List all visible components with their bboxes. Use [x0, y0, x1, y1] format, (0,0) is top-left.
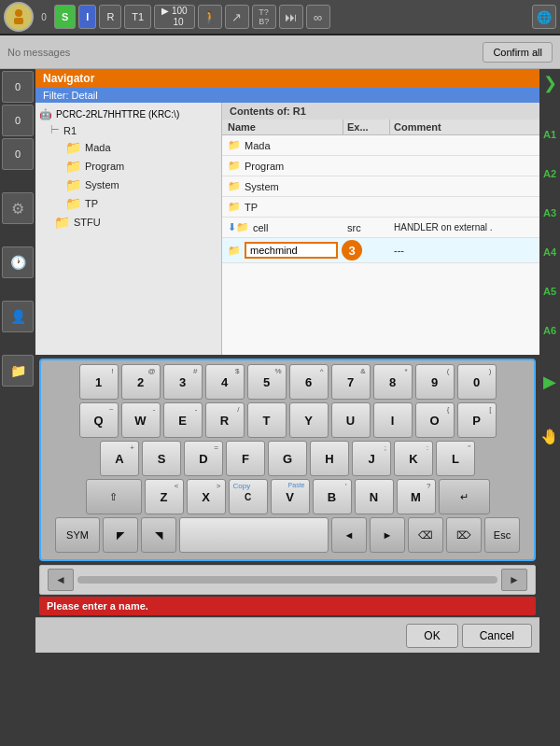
key-c[interactable]: CopyC: [229, 479, 268, 514]
settings-icon[interactable]: ⚙: [2, 192, 34, 224]
key-2[interactable]: @2: [121, 364, 161, 400]
filter-bar[interactable]: Filter: Detail: [35, 88, 539, 103]
key-m[interactable]: ?M: [397, 479, 436, 514]
folder-icon: 📁: [228, 160, 241, 172]
key-y[interactable]: Y: [289, 402, 329, 438]
key-l[interactable]: "L: [436, 441, 475, 476]
tree-item-tp[interactable]: 📁 TP: [35, 194, 221, 213]
key-p[interactable]: [P: [457, 402, 497, 438]
scroll-left-button[interactable]: ◄: [48, 569, 74, 591]
key-0[interactable]: )0: [457, 364, 497, 400]
tree-item-mada[interactable]: 📁 Mada: [35, 138, 221, 157]
key-s[interactable]: S: [142, 441, 181, 476]
right-chevron-icon[interactable]: ❯: [543, 69, 557, 97]
right-label-a5[interactable]: A5: [543, 282, 556, 301]
key-r[interactable]: /R: [205, 402, 245, 438]
key-i[interactable]: I: [373, 402, 413, 438]
file-row-mechmind[interactable]: 📁 mechmind 3 ---: [222, 238, 539, 263]
key-w[interactable]: -W: [121, 402, 161, 438]
file-row-mada[interactable]: 📁Mada: [222, 135, 539, 156]
key-8[interactable]: *8: [373, 364, 413, 400]
key-x[interactable]: >X: [187, 479, 226, 514]
indicator-0-mid: 0: [2, 105, 34, 136]
key-f[interactable]: F: [226, 441, 265, 476]
esc-key[interactable]: Esc: [484, 517, 520, 553]
tree-item-label: R1: [63, 125, 77, 136]
col-name: Name: [222, 120, 343, 134]
key-6[interactable]: ^6: [289, 364, 329, 400]
btn-s[interactable]: S: [54, 5, 76, 29]
btn-r[interactable]: R: [99, 5, 121, 29]
error-bar: Please enter a name.: [39, 597, 536, 615]
pointer-icon[interactable]: ↗: [225, 5, 249, 29]
scroll-track[interactable]: [77, 576, 497, 584]
globe-icon[interactable]: 🌐: [532, 5, 556, 29]
delete-key[interactable]: ⌦: [446, 517, 482, 553]
keyboard-row-shift: ⇧ <Z >X CopyC PasteV 'B N ?M ↵: [45, 479, 530, 514]
key-z[interactable]: <Z: [145, 479, 184, 514]
key-1[interactable]: !1: [79, 364, 119, 400]
key-j[interactable]: ;J: [352, 441, 391, 476]
right-label-a2[interactable]: A2: [543, 164, 556, 183]
right-label-a1[interactable]: A1: [543, 125, 556, 144]
btn-t1[interactable]: T1: [124, 5, 151, 29]
tb-icon[interactable]: T?B?: [252, 5, 276, 29]
arrow-left-up-key[interactable]: ◤: [103, 517, 138, 553]
key-u[interactable]: U: [331, 402, 371, 438]
key-q[interactable]: ~Q: [79, 402, 119, 438]
btn-play[interactable]: ▶ 100 10: [154, 5, 194, 29]
key-d[interactable]: =D: [184, 441, 223, 476]
key-b[interactable]: 'B: [313, 479, 352, 514]
sym-key[interactable]: SYM: [55, 517, 100, 553]
person-icon: 👤: [2, 301, 34, 332]
backspace-key[interactable]: ⌫: [408, 517, 443, 553]
key-o[interactable]: {O: [415, 402, 455, 438]
key-4[interactable]: $4: [205, 364, 245, 400]
infinity-icon[interactable]: ∞: [306, 5, 330, 29]
tree-item-program[interactable]: 📁 Program: [35, 157, 221, 176]
key-a[interactable]: +A: [100, 441, 139, 476]
bottom-bar: OK Cancel: [35, 617, 539, 653]
right-label-a3[interactable]: A3: [543, 204, 556, 222]
scroll-right-button[interactable]: ►: [501, 569, 527, 591]
tree-item-label: Program: [85, 161, 124, 172]
key-k[interactable]: :K: [394, 441, 433, 476]
skip-icon[interactable]: ⏭: [279, 5, 303, 29]
rename-input[interactable]: mechmind: [245, 242, 338, 259]
file-row-program[interactable]: 📁Program: [222, 156, 539, 176]
arrow-right-up-key[interactable]: ◥: [141, 517, 176, 553]
key-5[interactable]: %5: [247, 364, 287, 400]
key-t[interactable]: T: [247, 402, 287, 438]
tree-item-system[interactable]: 📁 System: [35, 176, 221, 194]
arrow-right-key[interactable]: ►: [370, 517, 405, 553]
ok-button[interactable]: OK: [406, 624, 457, 648]
tree-root[interactable]: 🤖 PCRC-2RL7HHTTRE (KRC:\): [35, 106, 221, 122]
confirm-all-button[interactable]: Confirm all: [483, 42, 553, 63]
btn-i[interactable]: I: [78, 5, 96, 29]
key-e[interactable]: -E: [163, 402, 203, 438]
right-label-a6[interactable]: A6: [543, 321, 556, 340]
key-h[interactable]: H: [310, 441, 349, 476]
key-g[interactable]: G: [268, 441, 307, 476]
tree-item-stfu[interactable]: 📁 STFU: [35, 213, 221, 232]
key-7[interactable]: &7: [331, 364, 371, 400]
enter-key[interactable]: ↵: [439, 479, 490, 514]
file-row-cell[interactable]: ⬇📁cell src HANDLER on external .: [222, 218, 539, 238]
walk-icon[interactable]: 🚶: [198, 5, 222, 29]
keyboard-row-qwerty: ~Q -W -E /R T Y U I {O [P: [45, 402, 530, 438]
key-v[interactable]: PasteV: [271, 479, 310, 514]
right-hand-icon[interactable]: 🤚: [540, 424, 559, 449]
file-row-tp[interactable]: 📁TP: [222, 197, 539, 218]
key-3[interactable]: #3: [163, 364, 203, 400]
shift-key[interactable]: ⇧: [86, 479, 142, 514]
right-play-icon[interactable]: ▶: [543, 368, 556, 396]
right-label-a4[interactable]: A4: [543, 243, 556, 261]
tree-item-r1[interactable]: ⊢ R1: [35, 122, 221, 138]
arrow-left-key[interactable]: ◄: [331, 517, 367, 553]
key-n[interactable]: N: [355, 479, 394, 514]
file-pane: Contents of: R1 Name Ex... Comment 📁Mada…: [222, 103, 539, 355]
cancel-button[interactable]: Cancel: [462, 624, 532, 648]
key-9[interactable]: (9: [415, 364, 455, 400]
space-key[interactable]: [179, 517, 329, 553]
file-row-system[interactable]: 📁System: [222, 176, 539, 197]
